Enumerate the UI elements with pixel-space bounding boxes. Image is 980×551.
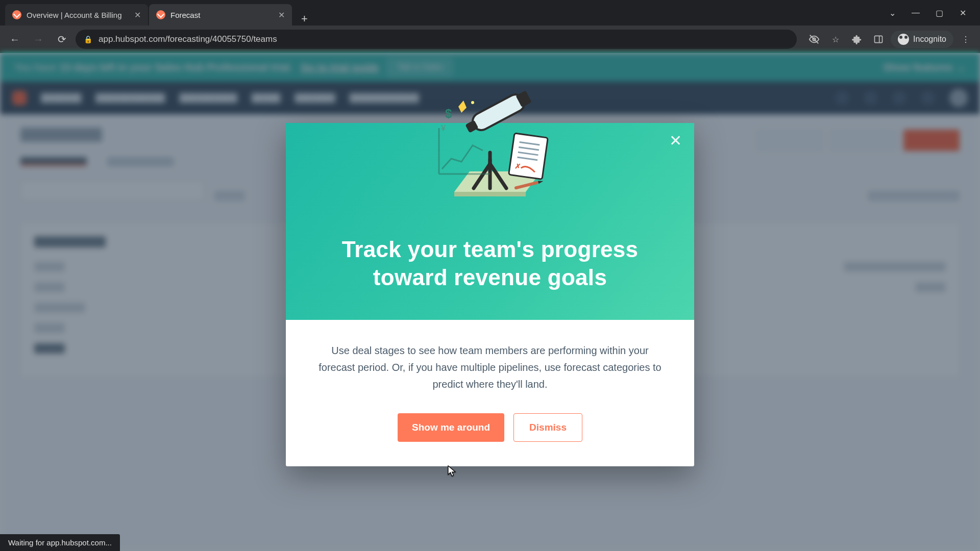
eye-off-icon[interactable]: [805, 30, 823, 48]
modal-actions: Show me around Dismiss: [316, 413, 664, 442]
close-icon[interactable]: ✕: [669, 133, 682, 148]
onboarding-modal: $ € ¥: [286, 123, 694, 466]
svg-point-5: [471, 101, 474, 104]
status-bar: Waiting for app.hubspot.com...: [0, 534, 120, 551]
svg-text:$: $: [445, 107, 452, 120]
browser-tab-strip: Overview | Account & Billing ✕ Forecast …: [0, 0, 980, 26]
back-button[interactable]: ←: [5, 30, 24, 49]
url-input[interactable]: 🔒 app.hubspot.com/forecasting/40055750/t…: [76, 30, 797, 49]
svg-marker-25: [538, 180, 544, 184]
close-window-icon[interactable]: ✕: [952, 5, 973, 21]
svg-marker-10: [454, 192, 526, 196]
new-tab-button[interactable]: +: [293, 12, 316, 26]
tab-close-icon[interactable]: ✕: [134, 10, 141, 20]
url-text: app.hubspot.com/forecasting/40055750/tea…: [99, 34, 277, 44]
hubspot-favicon-icon: [156, 10, 165, 19]
side-panel-icon[interactable]: [869, 30, 888, 48]
modal-body: Use deal stages to see how team members …: [286, 320, 694, 466]
incognito-icon: [898, 34, 909, 45]
chevron-down-icon[interactable]: ⌄: [882, 5, 902, 21]
modal-description: Use deal stages to see how team members …: [316, 342, 664, 393]
svg-text:¥: ¥: [440, 124, 446, 133]
incognito-label: Incognito: [913, 35, 946, 44]
browser-address-bar: ← → ⟳ 🔒 app.hubspot.com/forecasting/4005…: [0, 26, 980, 53]
browser-tab-1[interactable]: Forecast ✕: [149, 4, 292, 26]
menu-icon[interactable]: ⋮: [957, 30, 975, 48]
dismiss-button[interactable]: Dismiss: [513, 413, 582, 442]
tab-title: Overview | Account & Billing: [27, 11, 121, 19]
star-icon[interactable]: ☆: [826, 30, 845, 48]
modal-title: Track your team's progress toward revenu…: [311, 235, 669, 291]
tab-close-icon[interactable]: ✕: [278, 10, 285, 20]
svg-text:✗: ✗: [514, 161, 522, 170]
lock-icon: 🔒: [84, 35, 92, 43]
browser-tab-0[interactable]: Overview | Account & Billing ✕: [5, 4, 148, 26]
window-controls: ⌄ — ▢ ✕: [882, 5, 980, 21]
hubspot-favicon-icon: [12, 10, 21, 19]
svg-marker-4: [458, 101, 467, 113]
minimize-icon[interactable]: —: [905, 5, 926, 21]
tab-title: Forecast: [170, 11, 200, 19]
maximize-icon[interactable]: ▢: [929, 5, 949, 21]
extensions-icon[interactable]: [848, 30, 866, 48]
incognito-badge[interactable]: Incognito: [891, 31, 953, 48]
page-viewport: You have 13 days left in your Sales Hub …: [0, 53, 980, 551]
svg-rect-18: [509, 133, 548, 179]
reload-button[interactable]: ⟳: [52, 30, 71, 49]
svg-rect-2: [875, 36, 883, 42]
modal-container: $ € ¥: [0, 53, 980, 551]
telescope-illustration-icon: $ € ¥: [413, 87, 567, 215]
modal-hero: $ € ¥: [286, 123, 694, 320]
show-me-around-button[interactable]: Show me around: [398, 413, 504, 442]
forward-button: →: [29, 30, 48, 49]
